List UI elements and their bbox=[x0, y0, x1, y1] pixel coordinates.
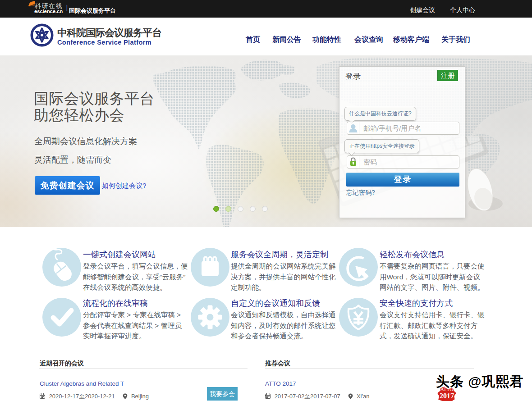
svg-text:2017: 2017 bbox=[440, 392, 454, 400]
